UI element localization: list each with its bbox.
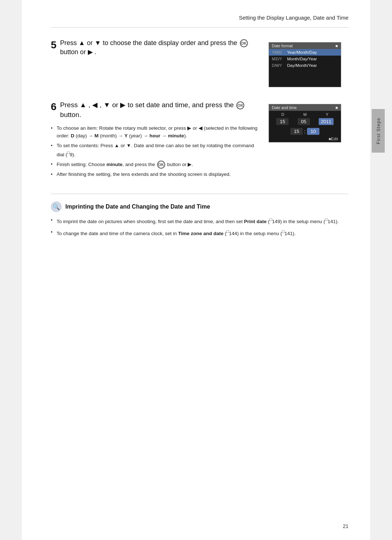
dt-footer: ■Edit: [269, 136, 341, 142]
step6-arrow-down: ▼: [103, 101, 110, 109]
step6-or: or: [112, 101, 120, 109]
step6-text3: button.: [60, 111, 81, 118]
date-format-screen: Date format ■ Y/M/D Year/Month/Day M/D/Y…: [269, 42, 341, 87]
step6-bullets: To choose an item: Rotate the rotary mul…: [51, 125, 258, 178]
dt-col-m: M: [303, 112, 307, 117]
dt-val-m: 05: [298, 118, 310, 125]
step5-screen-container: Date format ■ Y/M/D Year/Month/Day M/D/Y…: [269, 42, 348, 87]
step6-title: 6 Press ▲ , ◀ , ▼ or ▶ to set date and t…: [51, 100, 258, 120]
b1-m: M: [94, 133, 98, 138]
step6-section: 6 Press ▲ , ◀ , ▼ or ▶ to set date and t…: [51, 100, 348, 181]
ib2-ref2: □: [282, 229, 285, 234]
step5-title: 5 Press ▲ or ▼ to choose the date displa…: [51, 39, 258, 57]
b1-arrow-left: ◀: [199, 125, 203, 131]
dt-title-bar: Date and time ■: [269, 104, 341, 111]
screen-row-ymd: Y/M/D Year/Month/Day: [269, 49, 341, 56]
code-dmy: D/M/Y: [272, 64, 283, 68]
step5-text2: to choose the date display order and pre…: [103, 39, 239, 47]
step6-press: Press: [60, 101, 80, 109]
bullet-after: After finishing the setting, the lens ex…: [51, 171, 258, 178]
b1-hour: hour: [150, 133, 160, 138]
dt-colon: :: [304, 129, 306, 134]
dt-col-d: D: [281, 112, 284, 117]
step6-ok-button: OK: [236, 101, 244, 109]
dt-header-row: D M Y: [269, 111, 341, 117]
ib1-ref2: □: [325, 217, 328, 222]
side-tab-label: First Steps: [376, 117, 381, 144]
header-title: Setting the Display Language, Date and T…: [239, 15, 348, 21]
dt-val-min: 10: [307, 128, 319, 135]
dt-icon: ■: [335, 105, 338, 110]
info-bullet-1: To imprint the date on pictures when sho…: [51, 217, 348, 225]
dt-title: Date and time: [272, 105, 297, 110]
bullet-choose-item: To choose an item: Rotate the rotary mul…: [51, 125, 258, 140]
dt-val-hour: 15: [290, 128, 303, 135]
b1-y: Y: [124, 133, 128, 138]
step5-or1: or: [87, 39, 94, 47]
step5-text-end: .: [95, 48, 97, 56]
ib2-timezone: Time zone and date: [178, 230, 224, 236]
page-header: Setting the Display Language, Date and T…: [51, 15, 348, 28]
info-bullet-2: To change the date and time of the camer…: [51, 229, 348, 237]
dt-val-d: 15: [276, 118, 289, 125]
b1-arrow-right: ▶: [187, 125, 191, 131]
b3-ok: OK: [157, 161, 165, 169]
step6-arrow-left: ◀: [92, 101, 98, 109]
label-mdy: Month/Day/Year: [287, 57, 317, 61]
b2-arrow-up: ▲: [114, 143, 119, 148]
screen-row-mdy: M/D/Y Month/Day/Year: [269, 56, 341, 62]
dt-col-y: Y: [326, 112, 328, 117]
step6-comma1: ,: [89, 101, 93, 109]
label-dmy: Day/Month/Year: [287, 63, 317, 68]
b3-arrow-right: ▶: [188, 162, 192, 167]
date-time-screen: Date and time ■ D M Y 15 05 2011 15 : 10: [269, 104, 341, 142]
step5-arrow-up: ▲: [79, 39, 85, 47]
page: First Steps Setting the Display Language…: [22, 0, 370, 540]
bullet-set-contents: To set the contents: Press ▲ or ▼. Date …: [51, 142, 258, 158]
ib2-ref1: □: [226, 229, 229, 234]
b2-arrow-down: ▼: [126, 143, 131, 148]
step5-arrow-down: ▼: [94, 39, 101, 47]
screen-title-bar: Date format ■: [269, 43, 341, 49]
step5-ok-button: OK: [240, 39, 248, 47]
code-mdy: M/D/Y: [272, 57, 283, 61]
section-divider: [51, 194, 348, 194]
step6-screen-container: Date and time ■ D M Y 15 05 2011 15 : 10: [269, 104, 348, 142]
screen-row-dmy: D/M/Y Day/Month/Year: [269, 62, 341, 69]
b3-minute: minute: [106, 162, 122, 167]
screen-icon: ■: [335, 44, 338, 48]
dt-time-row: 15 : 10: [269, 126, 341, 136]
step5-number: 5: [51, 38, 57, 52]
step6-arrow-up: ▲: [79, 101, 86, 109]
info-title: Imprinting the Date and Changing the Dat…: [65, 203, 210, 210]
step6-number: 6: [51, 100, 57, 114]
step5-text-press: Press: [60, 39, 79, 47]
info-icon-symbol: 🔍: [53, 203, 60, 210]
side-tab: First Steps: [372, 109, 385, 153]
b1-minute: minute: [168, 133, 184, 138]
page-number: 21: [343, 523, 348, 529]
dt-edit-label: ■Edit: [328, 137, 338, 141]
info-bullets: To imprint the date on pictures when sho…: [51, 217, 348, 237]
step5-text3: button or: [60, 48, 88, 56]
step6-comma2: ,: [99, 101, 103, 109]
step6-text2: to set date and time, and press the: [128, 101, 236, 109]
step6-left: 6 Press ▲ , ◀ , ▼ or ▶ to set date and t…: [51, 100, 258, 181]
ib1-printdate: Print date: [244, 219, 266, 224]
info-section: 🔍 Imprinting the Date and Changing the D…: [51, 201, 348, 237]
step6-arrow-right: ▶: [120, 101, 126, 109]
dt-values-row: 15 05 2011: [269, 117, 341, 126]
info-icon: 🔍: [51, 201, 62, 212]
step5-left: 5 Press ▲ or ▼ to choose the date displa…: [51, 39, 258, 61]
step5-arrow-right: ▶: [88, 48, 93, 56]
ib1-ref1: □: [270, 217, 272, 222]
code-ymd: Y/M/D: [272, 51, 283, 55]
b1-d: D: [71, 133, 74, 138]
label-ymd: Year/Month/Day: [287, 50, 317, 55]
screen-title: Date format: [272, 44, 293, 48]
step5-section: 5 Press ▲ or ▼ to choose the date displa…: [51, 39, 348, 87]
info-title-row: 🔍 Imprinting the Date and Changing the D…: [51, 201, 348, 212]
bullet-finish: Finish setting: Choose minute, and press…: [51, 161, 258, 169]
dt-val-y: 2011: [319, 118, 334, 125]
b2-ref: □: [67, 150, 70, 155]
